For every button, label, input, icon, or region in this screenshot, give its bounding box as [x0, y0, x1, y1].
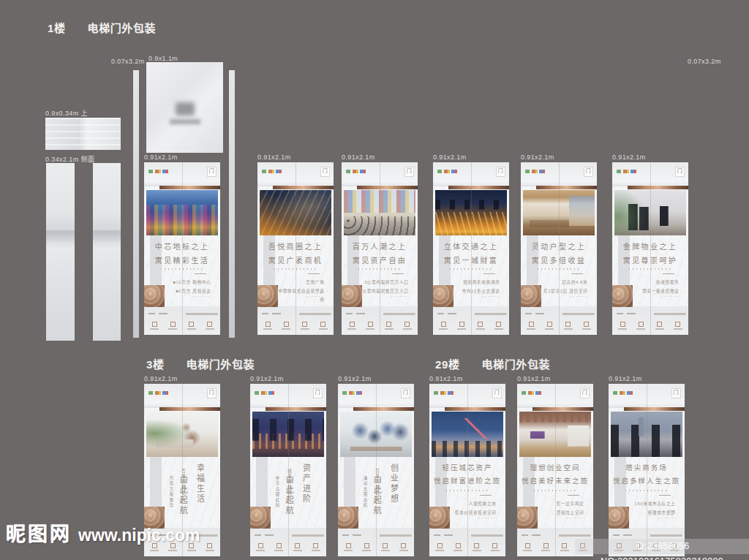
floor-number: 3楼 — [146, 358, 165, 371]
copper-accent-bar — [448, 186, 509, 189]
poster-size-label: 0.91x2.1m — [342, 154, 418, 162]
door-top-size-label: 0.9x1.1m — [148, 55, 178, 62]
poster-4: 0.91x2.1m 门 立体交通之上寓见一城财富 规划两条地铁通经市内12条公交… — [433, 154, 509, 335]
floor-number: 29楼 — [435, 358, 460, 371]
footer-icon — [381, 543, 390, 551]
footer-icon — [344, 543, 353, 551]
door-seam-line — [467, 384, 468, 556]
poster-artwork: 门 创业梦想由此起航 百万人潮之上涌动无限商机 — [338, 384, 414, 556]
copper-texture-square — [609, 507, 629, 529]
footer-icon — [366, 322, 374, 330]
nipic-url: www.nipic.com — [78, 526, 200, 545]
copper-texture-square — [257, 285, 278, 308]
section-name: 电梯门外包装 — [482, 358, 551, 371]
detail-divider — [659, 495, 671, 496]
door-emblem-icon: 门 — [496, 167, 505, 177]
poster-10: 0.91x2.1m 门 轻压城芯资产悦启财富进阶之旅 人潮熙攘之地低总价轻资投资… — [429, 375, 505, 556]
footer-icon — [476, 322, 485, 330]
poster-size-label: 0.91x2.1m — [612, 154, 688, 162]
poster-artwork: 门 资产进阶由此起航 城芯稀缺资产坐享高额红利 — [250, 384, 326, 556]
door-seam-line — [471, 162, 472, 335]
detail-divider — [663, 273, 675, 274]
brand-logos-icon — [346, 170, 372, 173]
copper-texture-square — [612, 285, 633, 308]
door-top-cap-panel — [45, 118, 121, 150]
poster-artwork: 门 灵动户型之上寓见多倍收益 层高约4.8米买1层享2层 双倍空间 — [521, 162, 597, 335]
image-id-stamp: ID:23658056 NO:20210316175820218080 — [575, 539, 749, 554]
door-emblem-icon: 门 — [207, 388, 217, 398]
copper-texture-square — [517, 507, 538, 529]
detail-dots — [475, 293, 498, 298]
poster-size-label: 0.91x2.1m — [144, 154, 220, 162]
brand-logos-icon — [522, 391, 547, 395]
copper-accent-bar — [624, 407, 685, 411]
section-title-floor29: 29楼电梯门外包装 — [435, 356, 550, 371]
poster-size-label: 0.91x2.1m — [609, 375, 685, 384]
watermark: 昵图网 www.nipic.com — [6, 518, 200, 547]
copper-texture-square — [433, 285, 453, 308]
decor-block — [256, 456, 268, 506]
footer-icon — [618, 322, 627, 330]
detail-divider — [571, 273, 584, 274]
footer-icon — [674, 322, 682, 330]
footer-icon — [491, 543, 500, 551]
footer-icon — [385, 322, 394, 330]
poster-11: 0.91x2.1m 门 理想创业空间悦启美好未来之旅 买一层享两层舒展向上空间 — [517, 375, 593, 556]
poster-6: 0.91x2.1m 门 金牌物业之上寓见尊崇呵护 新城悦服务国家一级资质物业 — [612, 154, 688, 335]
door-top-logo-panel — [146, 62, 223, 153]
detail-divider — [480, 495, 492, 496]
poster-size-label: 0.91x2.1m — [517, 375, 593, 384]
footer-icon — [527, 322, 535, 330]
door-side-panel-left — [46, 163, 75, 341]
copper-accent-bar — [445, 407, 505, 411]
poster-12: 0.91x2.1m 门 塔尖商务场悦启多样人生之旅 150米城市高标之上俯瞰城市… — [609, 375, 685, 556]
footer-icon — [168, 322, 177, 330]
door-seam-line — [650, 162, 651, 335]
detail-divider — [483, 273, 496, 274]
blurred-brand-wordmark — [170, 119, 200, 124]
copper-accent-bar — [357, 186, 418, 189]
brand-logos-icon — [262, 170, 287, 173]
poster-size-label: 0.91x2.1m — [257, 154, 334, 162]
section-name: 电梯门外包装 — [187, 358, 255, 371]
footer-icon — [435, 543, 444, 551]
footer-icon — [545, 322, 554, 330]
brand-logos-icon — [437, 170, 463, 173]
poster-size-label: 0.91x2.1m — [521, 154, 597, 162]
footer-icon — [301, 322, 309, 330]
poster-artwork: 门 轻压城芯资产悦启财富进阶之旅 人潮熙攘之地低总价轻资投资空间 — [429, 384, 505, 556]
brand-logos-icon — [613, 391, 639, 395]
brand-logos-icon — [148, 170, 174, 173]
door-trim-right — [229, 70, 235, 338]
decor-block — [150, 456, 162, 506]
footer-icon — [453, 543, 462, 551]
footer-icon — [274, 543, 283, 551]
copper-texture-square — [338, 507, 358, 529]
detail-dots — [655, 293, 677, 298]
poster-artwork: 门 塔尖商务场悦启多样人生之旅 150米城市高标之上俯瞰城市视野 — [609, 384, 685, 556]
door-emblem-icon: 门 — [584, 167, 593, 177]
footer-icon — [256, 543, 265, 551]
footer-icon — [399, 543, 408, 551]
copper-accent-bar — [273, 186, 334, 189]
copper-accent-bar — [532, 407, 593, 411]
detail-dots — [651, 515, 674, 519]
detail-dots — [472, 515, 494, 519]
footer-icon — [282, 322, 290, 330]
trim-left-size-label: 0.07x3.2m — [111, 58, 145, 65]
brand-logos-icon — [434, 391, 459, 395]
footer-icon — [312, 543, 320, 551]
copper-texture-square — [144, 285, 165, 308]
poster-5: 0.91x2.1m 门 灵动户型之上寓见多倍收益 层高约4.8米买1层享2层 双… — [521, 154, 597, 335]
poster-size-label: 0.91x2.1m — [433, 154, 509, 162]
footer-icon — [150, 322, 159, 330]
footer-icon — [206, 322, 214, 330]
poster-details: 百万人潮之上涌动无限商机 — [359, 469, 383, 531]
poster-details: 城芯稀缺资产坐享高额红利 — [271, 469, 296, 531]
brand-logos-icon — [255, 391, 280, 395]
footer-icon — [582, 322, 591, 330]
door-trim-left — [133, 70, 139, 338]
footer-icon — [494, 322, 503, 330]
copper-accent-bar — [159, 186, 220, 189]
door-seam-line — [376, 384, 377, 556]
